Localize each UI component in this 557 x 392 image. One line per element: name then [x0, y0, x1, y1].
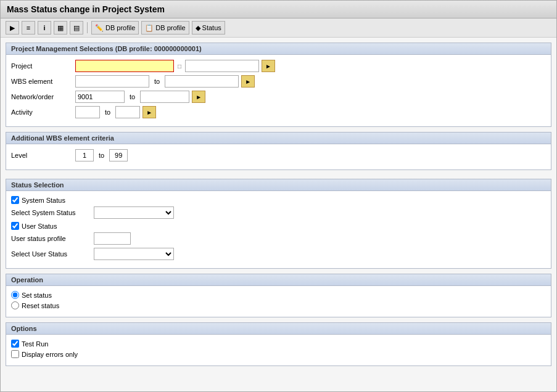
set-status-row: Set status [11, 291, 546, 299]
system-status-checkbox[interactable] [11, 196, 19, 204]
activity-to-input[interactable] [115, 106, 140, 118]
activity-arrow-icon: ► [146, 109, 152, 116]
network-to-input[interactable] [140, 91, 189, 103]
operation-header: Operation [6, 274, 551, 286]
activity-row: Activity to ► [11, 106, 546, 118]
window-title: Mass Status change in Project System [7, 4, 165, 14]
display-errors-row: Display errors only [11, 350, 546, 358]
project-management-section: Project Management Selections (DB profil… [6, 43, 551, 127]
wbs-to-label: to [154, 78, 160, 85]
user-status-profile-label: User status profile [11, 235, 91, 242]
db-profile-2-label: DB profile [155, 24, 185, 31]
level-to-input[interactable] [109, 149, 128, 161]
test-run-row: Test Run [11, 340, 546, 348]
test-run-checkbox[interactable] [11, 340, 19, 348]
copy-button[interactable]: ▦ [54, 21, 67, 35]
activity-from-input[interactable] [75, 106, 100, 118]
level-from-input[interactable] [75, 149, 94, 161]
content-area: Project Management Selections (DB profil… [1, 38, 556, 376]
level-label: Level [11, 152, 73, 159]
display-errors-checkbox[interactable] [11, 350, 19, 358]
additional-wbs-header: Additional WBS element criteria [6, 133, 551, 144]
user-profile-row: User status profile [11, 232, 546, 245]
operation-section: Operation Set status Reset status [6, 274, 551, 317]
network-label: Network/order [11, 93, 73, 100]
db-profile-2-icon: 📋 [145, 24, 154, 32]
project-management-header: Project Management Selections (DB profil… [6, 43, 551, 55]
wbs-arrow-button[interactable]: ► [241, 75, 255, 88]
execute-icon: ▶ [10, 24, 15, 32]
reset-status-label: Reset status [22, 302, 59, 309]
list-button[interactable]: ≡ [22, 21, 35, 35]
user-status-checkbox[interactable] [11, 222, 19, 230]
additional-wbs-body: Level to [6, 144, 551, 169]
display-errors-label: Display errors only [22, 351, 78, 358]
project-label: Project [11, 62, 73, 70]
operation-body: Set status Reset status [6, 286, 551, 317]
db-profile-1-button[interactable]: ✏️ DB profile [91, 21, 139, 35]
wbs-row: WBS element to ► [11, 75, 546, 88]
status-button[interactable]: ◆ Status [192, 21, 225, 35]
select-user-status-label: Select User Status [11, 250, 91, 258]
level-row: Level to [11, 149, 546, 161]
activity-label: Activity [11, 108, 73, 116]
select-system-status-dropdown[interactable] [94, 206, 174, 219]
select-system-status-label: Select System Status [11, 209, 91, 216]
network-arrow-button[interactable]: ► [192, 91, 205, 103]
options-section: Options Test Run Display errors only [6, 322, 551, 366]
clipboard-button[interactable]: ▤ [70, 21, 83, 35]
system-status-row: System Status [11, 196, 546, 204]
network-to-label: to [130, 93, 135, 100]
options-header: Options [6, 323, 551, 335]
network-row: Network/order to ► [11, 91, 546, 103]
project-arrow-button[interactable]: ► [262, 60, 275, 72]
execute-button[interactable]: ▶ [6, 21, 19, 35]
network-from-input[interactable] [75, 91, 125, 103]
options-body: Test Run Display errors only [6, 335, 551, 365]
status-selection-body: System Status Select System Status User … [6, 191, 551, 268]
reset-status-row: Reset status [11, 301, 546, 309]
reset-status-radio[interactable] [11, 301, 19, 309]
db-profile-2-button[interactable]: 📋 DB profile [141, 21, 189, 35]
status-selection-header: Status Selection [6, 179, 551, 191]
status-icon: ◆ [196, 24, 200, 32]
project-input[interactable] [75, 60, 174, 72]
wbs-arrow-icon: ► [245, 78, 251, 85]
toolbar: ▶ ≡ i ▦ ▤ ✏️ DB profile 📋 DB profile ◆ S… [1, 18, 556, 38]
test-run-label: Test Run [22, 340, 48, 348]
set-status-label: Set status [22, 292, 52, 299]
project-picker-icon: □ [178, 63, 181, 70]
project-management-body: Project □ ► WBS element to ► [6, 55, 551, 126]
user-status-label: User Status [22, 223, 57, 230]
activity-arrow-button[interactable]: ► [142, 106, 156, 118]
info-icon: i [43, 24, 45, 31]
network-arrow-icon: ► [196, 94, 202, 100]
wbs-to-input[interactable] [165, 75, 239, 88]
project-arrow-icon: ► [265, 63, 271, 70]
status-label: Status [202, 24, 221, 31]
list-icon: ≡ [27, 24, 30, 31]
project-row: Project □ ► [11, 60, 546, 72]
main-window: Mass Status change in Project System ▶ ≡… [0, 0, 557, 392]
activity-to-label: to [105, 108, 110, 116]
db-profile-1-label: DB profile [105, 24, 135, 31]
separator-1 [87, 22, 88, 33]
project-second-input[interactable] [185, 60, 259, 72]
copy-icon: ▦ [57, 24, 64, 32]
system-status-label: System Status [22, 197, 65, 204]
db-profile-1-icon: ✏️ [95, 24, 104, 32]
clipboard-icon: ▤ [73, 24, 80, 32]
status-selection-section: Status Selection System Status Select Sy… [6, 179, 551, 269]
info-button[interactable]: i [38, 21, 51, 35]
set-status-radio[interactable] [11, 291, 19, 299]
select-user-status-row: Select User Status [11, 248, 546, 260]
wbs-from-input[interactable] [75, 75, 149, 88]
wbs-label: WBS element [11, 78, 73, 85]
select-user-status-dropdown[interactable] [94, 248, 174, 260]
user-status-row: User Status [11, 222, 546, 230]
level-to-label: to [99, 152, 104, 159]
title-bar: Mass Status change in Project System [1, 1, 556, 18]
user-profile-input[interactable] [94, 232, 131, 245]
additional-wbs-section: Additional WBS element criteria Level to [6, 132, 551, 170]
select-system-status-row: Select System Status [11, 206, 546, 219]
